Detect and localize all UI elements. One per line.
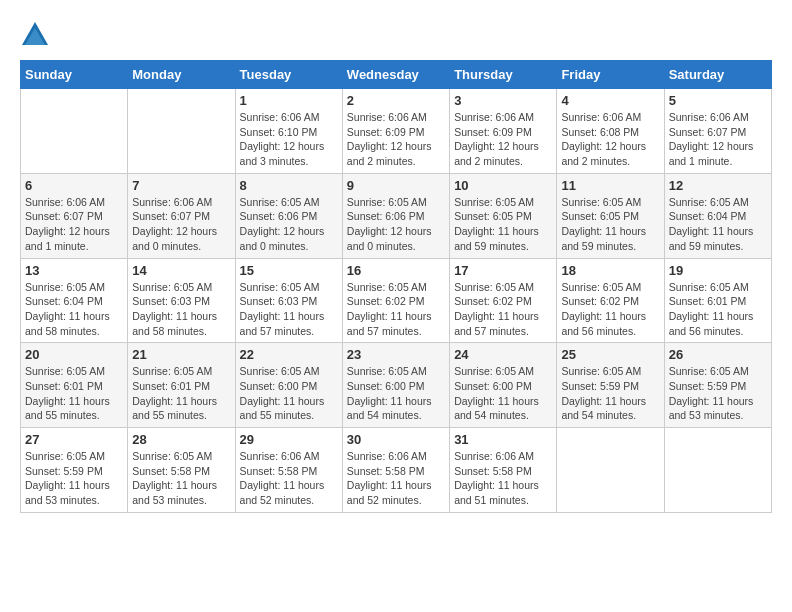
day-number: 15 [240,263,338,278]
day-number: 4 [561,93,659,108]
day-number: 5 [669,93,767,108]
day-info: Sunrise: 6:06 AM Sunset: 5:58 PM Dayligh… [454,449,552,508]
day-number: 10 [454,178,552,193]
day-number: 2 [347,93,445,108]
day-number: 16 [347,263,445,278]
calendar-cell: 4Sunrise: 6:06 AM Sunset: 6:08 PM Daylig… [557,89,664,174]
calendar: SundayMondayTuesdayWednesdayThursdayFrid… [20,60,772,513]
day-number: 28 [132,432,230,447]
day-info: Sunrise: 6:05 AM Sunset: 6:00 PM Dayligh… [347,364,445,423]
day-number: 7 [132,178,230,193]
day-info: Sunrise: 6:05 AM Sunset: 6:06 PM Dayligh… [347,195,445,254]
day-info: Sunrise: 6:05 AM Sunset: 6:01 PM Dayligh… [669,280,767,339]
day-number: 27 [25,432,123,447]
day-info: Sunrise: 6:06 AM Sunset: 6:07 PM Dayligh… [669,110,767,169]
calendar-cell: 23Sunrise: 6:05 AM Sunset: 6:00 PM Dayli… [342,343,449,428]
calendar-week-1: 1Sunrise: 6:06 AM Sunset: 6:10 PM Daylig… [21,89,772,174]
day-info: Sunrise: 6:05 AM Sunset: 6:06 PM Dayligh… [240,195,338,254]
day-number: 29 [240,432,338,447]
calendar-cell: 19Sunrise: 6:05 AM Sunset: 6:01 PM Dayli… [664,258,771,343]
day-number: 6 [25,178,123,193]
calendar-cell: 16Sunrise: 6:05 AM Sunset: 6:02 PM Dayli… [342,258,449,343]
day-info: Sunrise: 6:06 AM Sunset: 5:58 PM Dayligh… [240,449,338,508]
calendar-cell: 12Sunrise: 6:05 AM Sunset: 6:04 PM Dayli… [664,173,771,258]
day-number: 8 [240,178,338,193]
calendar-cell: 27Sunrise: 6:05 AM Sunset: 5:59 PM Dayli… [21,428,128,513]
day-number: 11 [561,178,659,193]
day-number: 30 [347,432,445,447]
calendar-week-3: 13Sunrise: 6:05 AM Sunset: 6:04 PM Dayli… [21,258,772,343]
day-info: Sunrise: 6:05 AM Sunset: 5:58 PM Dayligh… [132,449,230,508]
day-number: 9 [347,178,445,193]
calendar-cell [557,428,664,513]
calendar-cell: 18Sunrise: 6:05 AM Sunset: 6:02 PM Dayli… [557,258,664,343]
calendar-cell [128,89,235,174]
calendar-header-row: SundayMondayTuesdayWednesdayThursdayFrid… [21,61,772,89]
day-number: 3 [454,93,552,108]
calendar-cell: 17Sunrise: 6:05 AM Sunset: 6:02 PM Dayli… [450,258,557,343]
day-number: 31 [454,432,552,447]
day-number: 20 [25,347,123,362]
day-info: Sunrise: 6:05 AM Sunset: 6:02 PM Dayligh… [561,280,659,339]
calendar-cell: 21Sunrise: 6:05 AM Sunset: 6:01 PM Dayli… [128,343,235,428]
calendar-cell: 25Sunrise: 6:05 AM Sunset: 5:59 PM Dayli… [557,343,664,428]
day-number: 14 [132,263,230,278]
calendar-cell: 8Sunrise: 6:05 AM Sunset: 6:06 PM Daylig… [235,173,342,258]
day-number: 25 [561,347,659,362]
calendar-cell: 9Sunrise: 6:05 AM Sunset: 6:06 PM Daylig… [342,173,449,258]
day-header-wednesday: Wednesday [342,61,449,89]
calendar-cell: 30Sunrise: 6:06 AM Sunset: 5:58 PM Dayli… [342,428,449,513]
day-info: Sunrise: 6:05 AM Sunset: 6:05 PM Dayligh… [454,195,552,254]
day-number: 12 [669,178,767,193]
day-info: Sunrise: 6:06 AM Sunset: 6:08 PM Dayligh… [561,110,659,169]
day-header-thursday: Thursday [450,61,557,89]
calendar-cell: 15Sunrise: 6:05 AM Sunset: 6:03 PM Dayli… [235,258,342,343]
calendar-cell: 20Sunrise: 6:05 AM Sunset: 6:01 PM Dayli… [21,343,128,428]
day-info: Sunrise: 6:05 AM Sunset: 6:03 PM Dayligh… [132,280,230,339]
day-header-monday: Monday [128,61,235,89]
day-info: Sunrise: 6:05 AM Sunset: 6:01 PM Dayligh… [132,364,230,423]
calendar-cell: 2Sunrise: 6:06 AM Sunset: 6:09 PM Daylig… [342,89,449,174]
day-info: Sunrise: 6:06 AM Sunset: 6:07 PM Dayligh… [25,195,123,254]
day-info: Sunrise: 6:05 AM Sunset: 6:00 PM Dayligh… [240,364,338,423]
day-info: Sunrise: 6:05 AM Sunset: 6:02 PM Dayligh… [347,280,445,339]
calendar-week-2: 6Sunrise: 6:06 AM Sunset: 6:07 PM Daylig… [21,173,772,258]
day-info: Sunrise: 6:06 AM Sunset: 6:09 PM Dayligh… [347,110,445,169]
day-info: Sunrise: 6:05 AM Sunset: 6:00 PM Dayligh… [454,364,552,423]
day-info: Sunrise: 6:05 AM Sunset: 5:59 PM Dayligh… [25,449,123,508]
day-number: 1 [240,93,338,108]
day-number: 21 [132,347,230,362]
calendar-cell: 14Sunrise: 6:05 AM Sunset: 6:03 PM Dayli… [128,258,235,343]
day-number: 19 [669,263,767,278]
day-header-tuesday: Tuesday [235,61,342,89]
day-number: 24 [454,347,552,362]
logo [20,20,54,50]
calendar-cell: 10Sunrise: 6:05 AM Sunset: 6:05 PM Dayli… [450,173,557,258]
day-info: Sunrise: 6:06 AM Sunset: 5:58 PM Dayligh… [347,449,445,508]
day-number: 18 [561,263,659,278]
day-number: 26 [669,347,767,362]
day-header-saturday: Saturday [664,61,771,89]
page-header [20,20,772,50]
day-number: 22 [240,347,338,362]
day-info: Sunrise: 6:05 AM Sunset: 6:03 PM Dayligh… [240,280,338,339]
calendar-cell: 7Sunrise: 6:06 AM Sunset: 6:07 PM Daylig… [128,173,235,258]
day-info: Sunrise: 6:05 AM Sunset: 5:59 PM Dayligh… [561,364,659,423]
calendar-cell [664,428,771,513]
day-header-sunday: Sunday [21,61,128,89]
day-info: Sunrise: 6:05 AM Sunset: 6:04 PM Dayligh… [669,195,767,254]
day-info: Sunrise: 6:05 AM Sunset: 6:01 PM Dayligh… [25,364,123,423]
calendar-week-5: 27Sunrise: 6:05 AM Sunset: 5:59 PM Dayli… [21,428,772,513]
calendar-cell: 22Sunrise: 6:05 AM Sunset: 6:00 PM Dayli… [235,343,342,428]
day-info: Sunrise: 6:06 AM Sunset: 6:07 PM Dayligh… [132,195,230,254]
calendar-cell: 31Sunrise: 6:06 AM Sunset: 5:58 PM Dayli… [450,428,557,513]
calendar-cell: 29Sunrise: 6:06 AM Sunset: 5:58 PM Dayli… [235,428,342,513]
calendar-cell [21,89,128,174]
calendar-cell: 1Sunrise: 6:06 AM Sunset: 6:10 PM Daylig… [235,89,342,174]
calendar-cell: 28Sunrise: 6:05 AM Sunset: 5:58 PM Dayli… [128,428,235,513]
calendar-cell: 3Sunrise: 6:06 AM Sunset: 6:09 PM Daylig… [450,89,557,174]
day-info: Sunrise: 6:05 AM Sunset: 6:04 PM Dayligh… [25,280,123,339]
calendar-cell: 5Sunrise: 6:06 AM Sunset: 6:07 PM Daylig… [664,89,771,174]
calendar-cell: 11Sunrise: 6:05 AM Sunset: 6:05 PM Dayli… [557,173,664,258]
day-info: Sunrise: 6:06 AM Sunset: 6:09 PM Dayligh… [454,110,552,169]
